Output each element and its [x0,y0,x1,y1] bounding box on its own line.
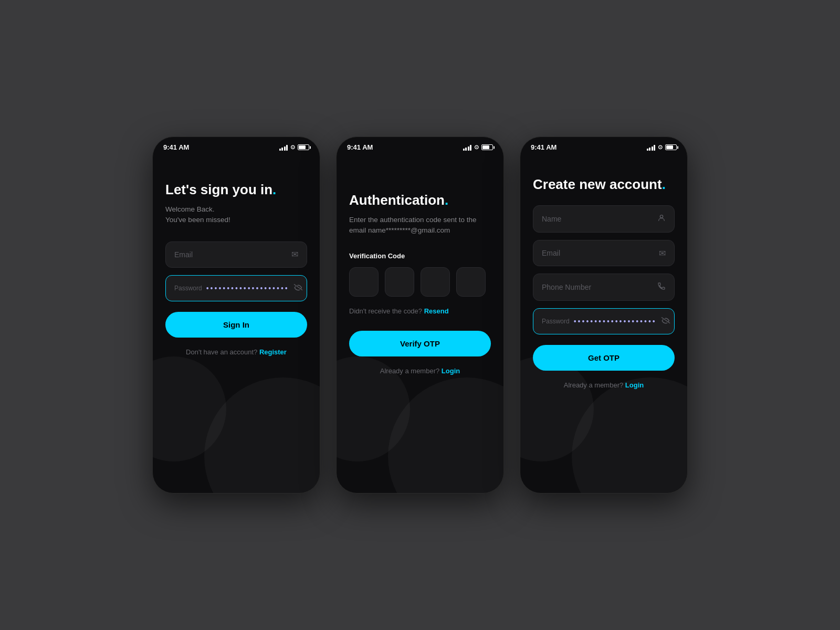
password-input[interactable]: Password •••••••••••••••••••• [165,275,307,301]
email-icon: ✉ [291,249,298,259]
svg-point-0 [660,215,663,218]
resend-text: Didn't receive the code? Resend [349,307,491,315]
battery-icon-1 [298,144,309,150]
password-form-group: Password •••••••••••••••••••• [165,275,307,301]
phone-icon [657,281,666,293]
signal-icon-2 [463,144,472,151]
auth-subtitle: Enter the authentication code sent to th… [349,215,491,236]
register-email-input[interactable]: Email ✉ [533,240,675,266]
status-time-2: 9:41 AM [347,143,373,151]
eye-slash-icon-1 [293,284,303,293]
signin-subtitle: Welcome Back. You've been missed! [165,204,307,226]
resend-link[interactable]: Resend [424,307,449,315]
battery-icon-2 [481,144,493,150]
register-link[interactable]: Register [259,348,287,356]
email-icon-3: ✉ [659,248,666,258]
signal-icon-1 [279,144,288,151]
status-icons-1: ⊙ [279,144,310,151]
status-bar-2: 9:41 AM ⊙ [337,137,503,155]
wifi-icon-2: ⊙ [474,144,479,151]
status-time-3: 9:41 AM [531,143,556,151]
status-icons-3: ⊙ [647,144,677,151]
wifi-icon-3: ⊙ [658,144,663,151]
signin-button[interactable]: Sign In [165,312,307,338]
person-icon [657,213,666,225]
email-form-group: Email ✉ [165,242,307,268]
otp-box-3[interactable] [421,267,450,297]
otp-box-1[interactable] [349,267,379,297]
otp-box-2[interactable] [385,267,414,297]
auth-title: Authentication. [349,192,491,208]
name-form-group: Name [533,205,675,233]
register-footer: Already a member? Login [533,381,675,389]
wifi-icon-1: ⊙ [290,144,295,151]
register-login-link[interactable]: Login [625,381,644,389]
verify-otp-button[interactable]: Verify OTP [349,331,491,356]
register-password-input[interactable]: Password •••••••••••••••••••• [533,308,675,334]
signin-title: Let's sign you in. [165,182,307,198]
phone-input[interactable]: Phone Number [533,274,675,301]
status-time-1: 9:41 AM [163,143,189,151]
authentication-screen: 9:41 AM ⊙ Authentication. Enter the auth… [336,136,504,494]
register-password-group: Password •••••••••••••••••••• [533,308,675,334]
signal-icon-3 [647,144,656,151]
email-input[interactable]: Email ✉ [165,242,307,268]
get-otp-button[interactable]: Get OTP [533,345,675,371]
phones-container: 9:41 AM ⊙ Let's sign you in. Welcome Ba [152,136,688,494]
status-icons-2: ⊙ [463,144,494,151]
name-input[interactable]: Name [533,205,675,233]
signin-footer: Don't have an account? Register [165,348,307,356]
register-screen: 9:41 AM ⊙ Create new account. [520,136,688,494]
battery-icon-3 [665,144,677,150]
auth-login-link[interactable]: Login [442,367,460,375]
phone-form-group: Phone Number [533,274,675,301]
register-title: Create new account. [533,176,675,193]
otp-box-4[interactable] [456,267,486,297]
auth-footer: Already a member? Login [349,367,491,375]
verification-label: Verification Code [349,252,491,260]
signin-screen: 9:41 AM ⊙ Let's sign you in. Welcome Ba [152,136,320,494]
status-bar-1: 9:41 AM ⊙ [153,137,320,155]
status-bar-3: 9:41 AM ⊙ [520,137,687,155]
otp-input-group [349,267,491,297]
eye-slash-icon-3 [661,317,670,326]
register-email-group: Email ✉ [533,240,675,266]
